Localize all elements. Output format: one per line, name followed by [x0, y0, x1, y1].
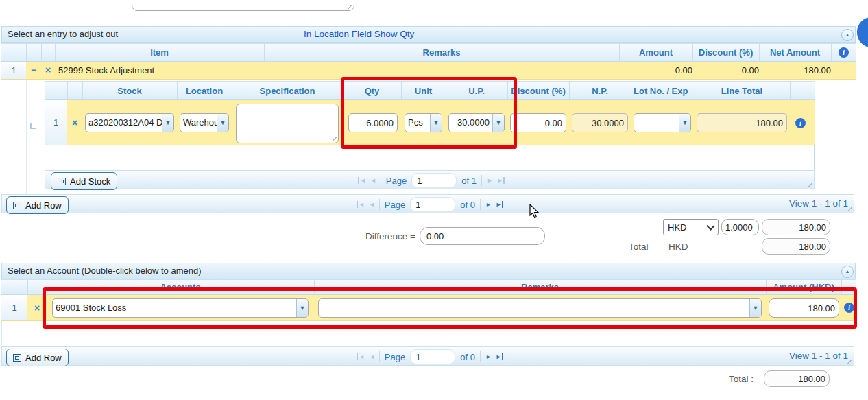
top-cropped-textarea[interactable] [132, 0, 354, 11]
chevron-down-icon[interactable]: ▼ [217, 114, 228, 132]
chevron-down-icon[interactable]: ▼ [430, 114, 442, 132]
total-amount-input [762, 238, 830, 255]
info-icon[interactable]: i [844, 303, 854, 313]
mouse-cursor [529, 204, 540, 219]
entry-panel-collapse-icon[interactable]: ▲ [841, 29, 854, 41]
line-discount-input[interactable] [510, 113, 566, 132]
account-row-delete-icon[interactable]: × [27, 295, 47, 320]
stock-select[interactable]: a320200312A04 DRIF ▼ [85, 113, 174, 132]
location-select[interactable]: Warehouse ▼ [180, 113, 229, 132]
col-remarks: Remarks [314, 280, 767, 294]
header-info-icon[interactable]: i [839, 47, 849, 58]
line-total-input [697, 113, 787, 132]
resize-grip[interactable] [346, 2, 352, 9]
pager-prev-icon[interactable]: ◄ [369, 353, 374, 360]
currency-select[interactable]: HKD [663, 219, 719, 235]
account-remarks-select[interactable]: ▼ [318, 298, 762, 318]
col-amount-hkd: Amount (HKD) [766, 280, 842, 294]
col-rownum [1, 44, 27, 61]
remarks-cell[interactable] [264, 62, 620, 79]
pager-last-icon[interactable]: ► [496, 201, 503, 208]
lot-select[interactable]: ▼ [634, 113, 691, 132]
page-input[interactable] [410, 349, 455, 364]
total-label: Total [629, 242, 649, 252]
divider [379, 351, 380, 362]
line-discount-cell [507, 100, 570, 145]
account-remarks-value [319, 299, 749, 317]
location-cell: Warehouse ▼ [177, 100, 232, 145]
pager-first-icon[interactable]: ◄ [357, 201, 364, 208]
help-bubble[interactable] [857, 17, 868, 47]
account-cell: 69001 Stock Loss ▼ [47, 295, 315, 320]
pager-first-icon[interactable]: ◄ [358, 177, 365, 184]
account-select[interactable]: 69001 Stock Loss ▼ [52, 298, 309, 318]
add-row-button[interactable]: Add Row [6, 196, 69, 214]
account-grid-body [1, 321, 854, 346]
subcol-line-total: Line Total [694, 82, 791, 99]
row-delete-icon[interactable]: × [41, 62, 56, 79]
pager-prev-icon[interactable]: ◄ [369, 201, 374, 208]
difference-input[interactable] [420, 227, 545, 245]
entry-grid-header: Item Remarks Amount Discount (%) Net Amo… [1, 43, 856, 62]
pager-next-icon[interactable]: ► [485, 353, 491, 360]
subgrid-toolbar: Add Stock ◄ ◄ Page of 1 ► ► [45, 170, 815, 189]
in-location-field-show-qty-link[interactable]: In Location Field Show Qty [304, 29, 414, 39]
add-row-label: Add Row [25, 200, 62, 211]
unit-price-select[interactable]: 30.0000 ▼ [448, 113, 505, 132]
divider [481, 175, 482, 186]
chevron-down-icon[interactable]: ▼ [296, 299, 308, 317]
add-account-row-button[interactable]: Add Row [6, 349, 69, 366]
stock-row[interactable]: 1 × a320200312A04 DRIF ▼ Warehouse ▼ Pcs [45, 100, 815, 145]
chevron-down-icon[interactable]: ▼ [679, 114, 690, 132]
account-remarks-cell: ▼ [314, 295, 767, 320]
subgrid-pager: ◄ ◄ Page of 1 ► ► [358, 173, 505, 188]
exchange-rate-input[interactable] [721, 219, 759, 235]
entry-grid-pager: ◄ ◄ Page of 0 ► ► [357, 197, 503, 212]
chevron-down-icon[interactable]: ▼ [162, 114, 173, 132]
pager-prev-icon[interactable]: ◄ [370, 177, 376, 184]
resize-grip[interactable] [330, 134, 337, 141]
add-row-label: Add Row [25, 353, 62, 363]
np-cell [569, 100, 631, 145]
add-icon [13, 354, 21, 362]
row-collapse-icon[interactable]: − [26, 62, 42, 79]
unit-select[interactable]: Pcs ▼ [405, 113, 442, 132]
stock-row-delete-icon[interactable]: × [67, 100, 83, 145]
add-icon [13, 202, 21, 209]
subcol-qty: Qty [343, 82, 402, 99]
account-row[interactable]: 1 × 69001 Stock Loss ▼ ▼ i [1, 295, 856, 321]
page-label: Page [385, 200, 405, 210]
add-stock-button[interactable]: Add Stock [51, 172, 117, 190]
lot-select-value [634, 114, 679, 132]
info-icon[interactable]: i [795, 118, 806, 128]
unit-price-value: 30.0000 [449, 114, 492, 132]
resize-grip[interactable] [806, 180, 812, 187]
specification-textarea[interactable] [236, 104, 339, 143]
pager-first-icon[interactable]: ◄ [357, 353, 364, 360]
page-input[interactable] [411, 173, 457, 188]
page-of-label: of 0 [460, 352, 475, 362]
account-amount-input[interactable] [769, 298, 839, 318]
pager-next-icon[interactable]: ► [487, 177, 492, 184]
account-select-value: 69001 Stock Loss [53, 299, 296, 317]
qty-input[interactable] [348, 113, 398, 132]
subcol-np: N.P. [569, 82, 631, 99]
entry-grid-toolbar: Add Row ◄ ◄ Page of 0 ► ► View 1 - 1 of … [1, 194, 854, 213]
page-input[interactable] [410, 197, 455, 212]
item-cell[interactable]: 52999 Stock Adjustment [55, 62, 268, 79]
divider [480, 199, 481, 210]
pager-next-icon[interactable]: ► [485, 201, 491, 208]
divider [26, 80, 27, 194]
total-currency-label: HKD [668, 242, 688, 252]
account-panel-collapse-icon[interactable]: ▲ [841, 266, 854, 278]
add-stock-label: Add Stock [70, 176, 110, 187]
entry-row[interactable]: 1 − × 52999 Stock Adjustment 0.00 0.00 1… [1, 62, 856, 80]
pager-last-icon[interactable]: ► [497, 177, 505, 184]
pager-last-icon[interactable]: ► [496, 353, 503, 360]
account-amount-cell [766, 295, 842, 320]
stock-row-info-cell: i [790, 100, 815, 145]
chevron-down-icon[interactable]: ▼ [492, 114, 504, 132]
chevron-down-icon[interactable]: ▼ [749, 299, 761, 317]
col-accounts: Accounts [47, 280, 315, 294]
up-cell: 30.0000 ▼ [446, 100, 508, 145]
